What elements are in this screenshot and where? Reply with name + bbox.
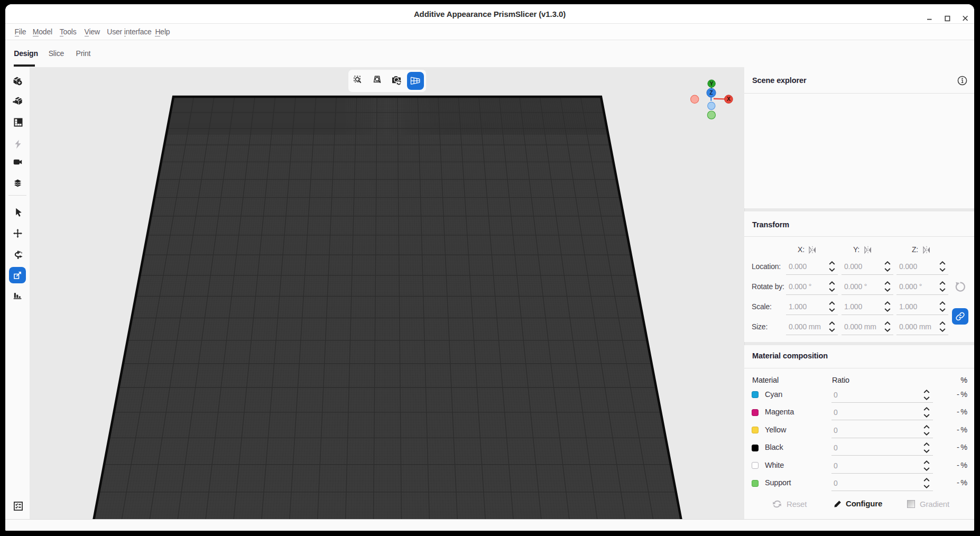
svg-text:Z: Z [709,89,713,96]
svg-text:X: X [727,96,731,102]
svg-text:Y: Y [710,80,714,87]
